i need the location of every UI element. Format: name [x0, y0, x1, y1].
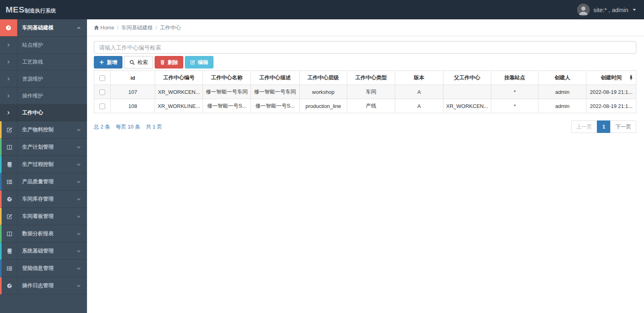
sidebar-item-operation-maintenance[interactable]: 操作维护 — [0, 87, 87, 104]
app-logo: MES 制造执行系统 — [0, 5, 56, 15]
sidebar-item-inventory-management[interactable]: 车间库存管理 — [0, 191, 87, 208]
sidebar-item-label: 生产物料控制 — [17, 126, 77, 133]
search-input[interactable] — [94, 41, 636, 54]
breadcrumb-home[interactable]: Home — [94, 25, 114, 31]
sidebar-item-operation-log[interactable]: 操作日志管理 — [0, 277, 87, 294]
sidebar-item-label: 工作中心 — [17, 109, 87, 116]
user-menu[interactable]: site:* , admin — [577, 4, 636, 16]
sidebar-item-label: 数据分析报表 — [17, 230, 77, 237]
column-header-id: id — [110, 71, 155, 85]
pagination-bar: 总 2 条 每页 10 条 共 1 页 上一页 1 下一页 — [94, 120, 636, 133]
breadcrumb-current: 工作中心 — [160, 24, 181, 31]
home-icon — [94, 25, 99, 30]
top-navbar: MES 制造执行系统 site:* , admin — [0, 0, 644, 19]
column-header-name: 工作中心名称 — [203, 71, 251, 85]
select-all-checkbox[interactable] — [99, 75, 105, 81]
row-checkbox[interactable] — [99, 104, 105, 109]
breadcrumb-separator: / — [117, 25, 119, 31]
sidebar-item-label: 系统基础管理 — [17, 247, 77, 255]
toolbar: 新增 检索 删除 — [94, 56, 636, 68]
edit-icon — [2, 208, 17, 225]
sidebar-item-label: 登陆信息管理 — [17, 265, 77, 272]
brand-name: MES — [6, 5, 25, 15]
sidebar-item-login-info[interactable]: 登陆信息管理 — [0, 260, 87, 277]
cell-level: workshop — [299, 85, 347, 99]
main-content: Home / 车间基础建模 / 工作中心 新增 — [87, 19, 644, 313]
pagination-summary: 总 2 条 每页 10 条 共 1 页 — [94, 123, 162, 131]
sidebar-item-system-management[interactable]: 系统基础管理 — [0, 243, 87, 260]
sidebar-item-quality-management[interactable]: 产品质量管理 — [0, 173, 87, 191]
sidebar-item-data-analysis[interactable]: 数据分析报表 — [0, 225, 87, 243]
cell-creator: admin — [538, 99, 586, 113]
sidebar-item-label: 车间库存管理 — [17, 195, 77, 203]
chevron-down-icon — [77, 284, 81, 288]
mes-app-window: MES 制造执行系统 site:* , admin — [0, 0, 644, 313]
cell-type: 车间 — [347, 85, 395, 99]
sidebar-item-process-control[interactable]: 生产过程控制 — [0, 156, 87, 173]
caret-down-icon — [633, 9, 636, 11]
cell-version: A — [395, 85, 443, 99]
edit-icon — [2, 121, 17, 138]
summary-per-page: 每页 10 条 — [116, 123, 140, 131]
breadcrumb-section[interactable]: 车间基础建模 — [121, 24, 153, 31]
column-header-desc: 工作中心描述 — [251, 71, 299, 85]
cell-parent — [443, 85, 491, 99]
sidebar-item-label: 车间基础建模 — [17, 24, 77, 31]
user-label: site:* , admin — [593, 6, 628, 13]
cell-level: production_line — [299, 99, 347, 113]
cell-code: XR_WORKLINE... — [155, 99, 203, 113]
delete-button[interactable]: 删除 — [155, 56, 183, 68]
brand-subtitle: 制造执行系统 — [25, 7, 56, 15]
table-header-row: id 工作中心编号 工作中心名称 工作中心描述 工作中心层级 工作中心类型 版本… — [94, 71, 636, 85]
sidebar-item-process-route[interactable]: 工艺路线 — [0, 54, 87, 70]
cell-created: 2022-08-19 21:1... — [586, 85, 636, 99]
sidebar-nav: 车间基础建模 站点维护 工艺路线 — [0, 19, 87, 313]
sidebar-item-label: 生产计划管理 — [17, 143, 77, 151]
row-checkbox[interactable] — [99, 89, 105, 95]
sidebar-item-material-control[interactable]: 生产物料控制 — [0, 121, 87, 139]
chevron-right-icon — [0, 37, 17, 53]
cell-station: * — [491, 99, 538, 113]
next-page-button[interactable]: 下一页 — [610, 120, 636, 133]
chevron-up-icon — [77, 26, 81, 30]
sidebar-item-label: 生产过程控制 — [17, 161, 77, 168]
sidebar-item-site-maintenance[interactable]: 站点维护 — [0, 37, 87, 54]
page-1-button[interactable]: 1 — [597, 120, 611, 133]
sidebar-item-production-planning[interactable]: 生产计划管理 — [0, 139, 87, 156]
chevron-down-icon — [77, 266, 81, 271]
cell-id: 107 — [110, 85, 155, 99]
cell-desc: 修一智能一号车间 — [251, 85, 299, 99]
cell-desc: 修一智能一号S... — [251, 99, 299, 113]
search-button[interactable]: 检索 — [124, 56, 153, 68]
book-icon — [2, 156, 17, 173]
summary-total: 总 2 条 — [94, 123, 110, 131]
cell-station: * — [491, 85, 538, 99]
cell-code: XR_WORKCEN... — [155, 85, 203, 99]
sidebar-item-label: 车间看板管理 — [17, 213, 77, 220]
pin-icon[interactable] — [629, 75, 633, 81]
sidebar-item-kanban-management[interactable]: 车间看板管理 — [0, 208, 87, 225]
sidebar-item-work-center[interactable]: 工作中心 — [0, 104, 87, 121]
dashboard-icon — [2, 277, 17, 294]
sidebar-item-workshop-modeling[interactable]: 车间基础建模 — [0, 19, 87, 37]
sidebar-item-label: 站点维护 — [17, 41, 87, 49]
chevron-down-icon — [77, 162, 81, 167]
column-header-type: 工作中心类型 — [347, 71, 395, 85]
list-icon — [2, 173, 17, 190]
edit-button[interactable]: 编辑 — [185, 56, 213, 68]
sidebar-item-label: 操作维护 — [17, 92, 87, 99]
chevron-down-icon — [77, 180, 81, 184]
cell-parent: XR_WORKCEN... — [443, 99, 491, 113]
sidebar-item-resource-maintenance[interactable]: 资源维护 — [0, 70, 87, 87]
avatar — [577, 4, 590, 16]
prev-page-button[interactable]: 上一页 — [571, 120, 597, 133]
add-button[interactable]: 新增 — [94, 56, 122, 68]
header-select-all — [94, 71, 111, 85]
chevron-right-icon — [0, 70, 17, 87]
dashboard-icon — [2, 191, 17, 207]
cell-name: 修一智能一号车间 — [203, 85, 251, 99]
breadcrumb-separator: / — [155, 25, 157, 31]
sidebar-submenu-workshop-modeling: 站点维护 工艺路线 资源维护 操作维护 — [0, 37, 87, 121]
chevron-down-icon — [77, 214, 81, 219]
cell-created: 2022-08-19 21:1... — [586, 99, 636, 113]
